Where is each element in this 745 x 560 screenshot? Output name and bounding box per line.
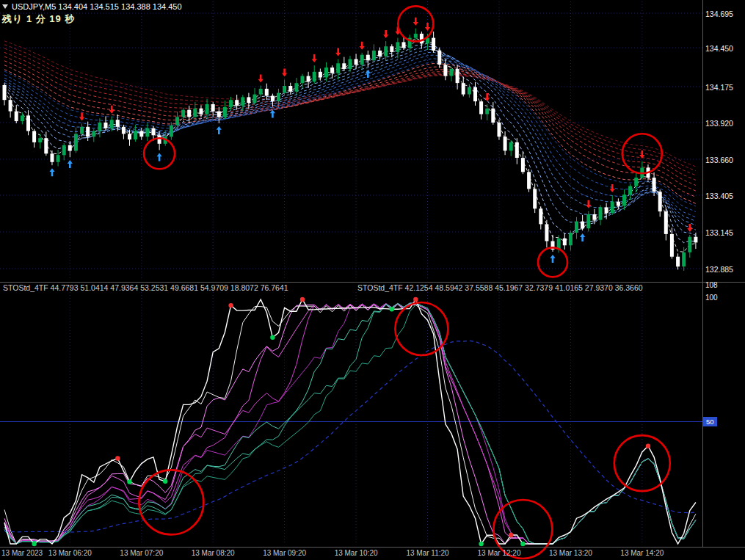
stoch-ribbon-line <box>4 303 696 544</box>
buy-arrow-icon <box>270 109 275 117</box>
price-axis-label: 134.695 <box>705 10 733 18</box>
buy-arrow-icon <box>49 168 54 176</box>
time-axis-label: 13 Mar 07:20 <box>120 549 163 557</box>
price-axis-label: 133.405 <box>705 192 733 200</box>
symbol-ohlc-title: USDJPY,M5 134.404 134.515 134.388 134.45… <box>12 2 182 11</box>
blue-ema-ribbon-line <box>4 43 696 235</box>
time-axis-label: 13 Mar 2023 <box>1 549 43 557</box>
stoch-ribbon-line <box>4 304 696 544</box>
stoch-ribbon-line <box>4 303 696 544</box>
price-axis-label: 133.660 <box>705 156 733 164</box>
sell-arrow-icon <box>383 30 388 38</box>
bottom-signal-dot <box>390 307 394 311</box>
stoch-ribbon-line <box>4 303 696 544</box>
price-axis-label: 132.885 <box>705 265 733 274</box>
top-signal-dot <box>509 533 513 537</box>
time-axis-label: 13 Mar 06:20 <box>48 549 92 557</box>
indicator-values-left: STOStd_4TF 44.7793 51.0414 47.9364 53.25… <box>3 283 288 292</box>
sell-arrow-icon <box>360 42 365 50</box>
top-signal-dot <box>300 297 305 302</box>
price-axis-label: 134.175 <box>705 83 733 92</box>
sell-arrow-icon <box>610 184 615 192</box>
price-axis-label: 134.450 <box>705 44 733 53</box>
sell-arrow-icon <box>79 112 84 120</box>
bottom-signal-dot <box>270 335 275 340</box>
stoch-ribbon-line <box>4 304 696 544</box>
buy-arrow-icon <box>157 153 162 161</box>
buy-arrow-icon <box>68 160 73 168</box>
sell-arrow-icon <box>282 68 287 76</box>
candle-countdown-timer: 残り 1 分 19 秒 <box>2 12 75 26</box>
grid <box>0 1 702 544</box>
price-axis-label: 133.920 <box>705 119 733 128</box>
sell-arrow-icon <box>312 54 317 62</box>
sell-arrow-icon <box>335 48 341 57</box>
red-ema-ribbon-line <box>4 64 696 204</box>
bottom-signal-dot <box>520 542 525 546</box>
time-axis-label: 13 Mar 12:20 <box>478 549 521 557</box>
bottom-signal-dot <box>163 479 167 484</box>
stoch-ribbon-line <box>4 304 696 544</box>
sell-arrow-icon <box>413 18 418 26</box>
red-ema-ribbon-line <box>4 61 696 191</box>
blue-ema-ribbon-line <box>4 49 696 225</box>
price-pane[interactable] <box>3 18 698 271</box>
mt4-chart-window: USDJPY,M5 134.404 134.515 134.388 134.45… <box>0 0 745 560</box>
sell-arrow-icon <box>639 150 644 159</box>
top-signal-dot <box>413 297 418 302</box>
bottom-signal-dot <box>127 479 131 484</box>
symbol-marker-icon <box>2 4 8 9</box>
stoch-ribbon-line <box>4 303 696 544</box>
candles <box>3 29 698 271</box>
buy-arrow-icon <box>580 233 585 241</box>
sell-arrow-icon <box>425 23 430 31</box>
time-axis-label: 13 Mar 09:20 <box>263 549 306 557</box>
sell-arrow-icon <box>258 75 264 83</box>
buy-arrow-icon <box>550 255 555 263</box>
highlight-circle <box>614 435 670 491</box>
indicator-values-right: STOStd_4TF 42.1254 48.5942 37.5588 45.19… <box>357 283 643 292</box>
stoch-ribbon-line <box>4 305 696 544</box>
sell-arrow-icon <box>586 200 591 208</box>
time-axis-label: 13 Mar 10:20 <box>335 549 378 557</box>
bottom-signal-dot <box>32 542 36 546</box>
level-50-axis-badge: 50 <box>703 417 717 426</box>
buy-arrow-icon <box>217 126 222 134</box>
red-ema-ribbon-line <box>4 57 696 185</box>
blue-ema-ribbon-line <box>4 55 696 217</box>
highlight-circle <box>395 302 448 355</box>
price-axis-label: 133.145 <box>705 228 733 237</box>
blue-ema-ribbon-line <box>4 62 696 206</box>
indicator-scale-top-label: 108 <box>705 281 718 289</box>
time-axis-label: 13 Mar 13:20 <box>549 549 592 557</box>
chart-plot[interactable] <box>0 0 745 560</box>
time-axis-label: 13 Mar 14:20 <box>620 549 664 557</box>
blue-ema-ribbon-line <box>4 59 696 212</box>
top-signal-dot <box>228 303 233 308</box>
time-axis-label: 13 Mar 08:20 <box>192 549 235 557</box>
stoch-pane[interactable] <box>0 297 702 546</box>
time-axis-label: 13 Mar 11:20 <box>406 549 448 557</box>
top-signal-dot <box>115 456 120 460</box>
blue-ema-ribbon-line <box>4 52 696 221</box>
buy-arrow-icon <box>366 70 371 78</box>
top-signal-dot <box>646 444 650 448</box>
bottom-signal-dot <box>479 542 483 546</box>
indicator-scale-100-label: 100 <box>705 294 718 302</box>
blue-ema-ribbon-line <box>4 46 696 230</box>
